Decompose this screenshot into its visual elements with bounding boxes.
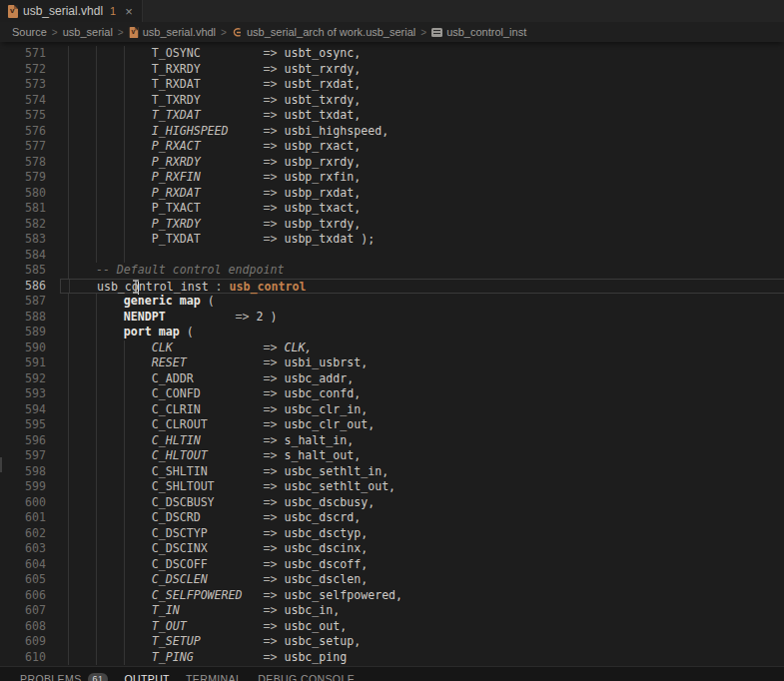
code-line-content[interactable]: T_SETUP => usbc_setup, [60, 634, 784, 650]
code-line-603[interactable]: 603 C_DSCINX => usbc_dscinx, [0, 541, 784, 557]
port-name: T_OUT [152, 619, 187, 633]
code-line-content[interactable]: C_SELFPOWERED => usbc_selfpowered, [60, 588, 784, 604]
port-name: RESET [152, 355, 187, 369]
code-line-content[interactable]: P_TXRDY => usbp_txrdy, [60, 217, 784, 233]
code-line-content[interactable]: P_RXDAT => usbp_rxdat, [60, 186, 784, 202]
breadcrumb-item-usb_serial-vhdl[interactable]: usb_serial.vhdl [129, 26, 216, 39]
panel-tab-debug-console[interactable]: DEBUG CONSOLE [258, 673, 355, 681]
code-line-601[interactable]: 601 C_DSCRD => usbc_dscrd, [0, 510, 784, 526]
code-line-content[interactable]: T_TXDAT => usbt_txdat, [60, 108, 784, 124]
code-line-606[interactable]: 606 C_SELFPOWERED => usbc_selfpowered, [0, 588, 784, 604]
code-line-content[interactable]: P_RXRDY => usbp_rxrdy, [60, 155, 784, 171]
code-line-577[interactable]: 577 P_RXACT => usbp_rxact, [0, 139, 784, 155]
code-line-607[interactable]: 607 T_IN => usbc_in, [0, 603, 784, 619]
breadcrumb-item-usb_serial_arch[interactable]: usb_serial_arch of work.usb_serial [232, 26, 415, 38]
code-line-content[interactable]: C_HLTOUT => s_halt_out, [60, 448, 784, 464]
code-editor[interactable]: 571 T_OSYNC => usbt_osync,572 T_RXRDY =>… [0, 42, 784, 666]
panel-tab-output[interactable]: OUTPUT [124, 673, 170, 681]
code-line-598[interactable]: 598 C_SHLTIN => usbc_sethlt_in, [0, 464, 784, 480]
code-line-576[interactable]: 576 I_HIGHSPEED => usbi_highspeed, [0, 124, 784, 140]
code-line-content[interactable]: C_DSCTYP => usbc_dsctyp, [60, 526, 784, 542]
code-line-594[interactable]: 594 C_CLRIN => usbc_clr_in, [0, 402, 784, 418]
signal-name: usbc_confd, [284, 386, 361, 400]
code-line-604[interactable]: 604 C_DSCOFF => usbc_dscoff, [0, 557, 784, 573]
code-line-content[interactable]: C_CLROUT => usbc_clr_out, [60, 417, 784, 433]
code-line-586[interactable]: 586 usb_control_inst : usb_control [0, 279, 784, 295]
code-line-593[interactable]: 593 C_CONFD => usbc_confd, [0, 386, 784, 402]
breadcrumb-item-usb_serial[interactable]: usb_serial [63, 26, 113, 38]
code-line-content[interactable] [60, 248, 784, 264]
code-line-579[interactable]: 579 P_RXFIN => usbp_rxfin, [0, 170, 784, 186]
code-line-content[interactable]: -- Default control endpoint [60, 263, 784, 279]
code-line-599[interactable]: 599 C_SHLTOUT => usbc_sethlt_out, [0, 479, 784, 495]
code-line-content[interactable]: T_PING => usbc_ping [60, 650, 784, 666]
code-line-content[interactable]: RESET => usbi_usbrst, [60, 355, 784, 371]
code-line-content[interactable]: C_DSCBUSY => usbc_dscbusy, [60, 495, 784, 511]
code-line-584[interactable]: 584 [0, 248, 784, 264]
code-line-573[interactable]: 573 T_RXDAT => usbt_rxdat, [0, 77, 784, 93]
code-line-content[interactable]: port map ( [60, 325, 784, 340]
code-line-content[interactable]: C_HLTIN => s_halt_in, [60, 433, 784, 449]
panel-tab-problems[interactable]: PROBLEMS61 [20, 673, 108, 681]
line-number: 588 [0, 310, 60, 326]
code-line-587[interactable]: 587 generic map ( [0, 294, 784, 310]
code-line-content[interactable]: usb_control_inst : usb_control [60, 279, 784, 295]
code-line-content[interactable]: C_CONFD => usbc_confd, [60, 386, 784, 402]
code-line-592[interactable]: 592 C_ADDR => usbc_addr, [0, 371, 784, 387]
breadcrumb-item-source[interactable]: Source [12, 26, 47, 38]
code-line-content[interactable]: C_ADDR => usbc_addr, [60, 371, 784, 387]
code-line-content[interactable]: C_CLRIN => usbc_clr_in, [60, 402, 784, 418]
editor-tab-usb-serial[interactable]: usb_serial.vhdl 1 × [0, 0, 143, 22]
code-line-content[interactable]: P_TXACT => usbp_txact, [60, 201, 784, 217]
code-line-content[interactable]: C_DSCOFF => usbc_dscoff, [60, 557, 784, 573]
code-line-588[interactable]: 588 NENDPT => 2 ) [0, 310, 784, 326]
code-line-608[interactable]: 608 T_OUT => usbc_out, [0, 619, 784, 635]
instance-symbol-icon [431, 28, 442, 37]
code-line-602[interactable]: 602 C_DSCTYP => usbc_dsctyp, [0, 526, 784, 542]
code-line-content[interactable]: C_DSCLEN => usbc_dsclen, [60, 572, 784, 588]
code-line-content[interactable]: P_RXFIN => usbp_rxfin, [60, 170, 784, 186]
code-line-597[interactable]: 597 C_HLTOUT => s_halt_out, [0, 448, 784, 464]
code-line-590[interactable]: 590 CLK => CLK, [0, 340, 784, 356]
code-line-content[interactable]: generic map ( [60, 294, 784, 310]
code-line-583[interactable]: 583 P_TXDAT => usbp_txdat ); [0, 232, 784, 248]
code-line-content[interactable]: P_RXACT => usbp_rxact, [60, 139, 784, 155]
code-line-596[interactable]: 596 C_HLTIN => s_halt_in, [0, 433, 784, 449]
code-line-600[interactable]: 600 C_DSCBUSY => usbc_dscbusy, [0, 495, 784, 511]
code-line-content[interactable]: T_IN => usbc_in, [60, 603, 784, 619]
code-line-575[interactable]: 575 T_TXDAT => usbt_txdat, [0, 108, 784, 124]
code-line-574[interactable]: 574 T_TXRDY => usbt_txrdy, [0, 93, 784, 109]
line-number: 583 [0, 232, 60, 248]
code-line-content[interactable]: CLK => CLK, [60, 340, 784, 356]
code-line-content[interactable]: T_OSYNC => usbt_osync, [60, 46, 784, 62]
breadcrumb-item-usb_control_inst[interactable]: usb_control_inst [431, 26, 526, 38]
code-line-571[interactable]: 571 T_OSYNC => usbt_osync, [0, 46, 784, 62]
code-line-content[interactable]: T_RXRDY => usbt_rxrdy, [60, 62, 784, 78]
code-line-595[interactable]: 595 C_CLROUT => usbc_clr_out, [0, 417, 784, 433]
signal-name: usbp_rxdat, [284, 186, 361, 200]
code-line-content[interactable]: T_OUT => usbc_out, [60, 619, 784, 635]
code-line-578[interactable]: 578 P_RXRDY => usbp_rxrdy, [0, 155, 784, 171]
code-line-content[interactable]: C_SHLTIN => usbc_sethlt_in, [60, 464, 784, 480]
code-line-content[interactable]: NENDPT => 2 ) [60, 310, 784, 326]
map-arrow: => [263, 186, 284, 200]
code-line-589[interactable]: 589 port map ( [0, 325, 784, 340]
code-line-582[interactable]: 582 P_TXRDY => usbp_txrdy, [0, 217, 784, 233]
code-line-content[interactable]: C_DSCRD => usbc_dscrd, [60, 510, 784, 526]
code-line-609[interactable]: 609 T_SETUP => usbc_setup, [0, 634, 784, 650]
code-line-580[interactable]: 580 P_RXDAT => usbp_rxdat, [0, 186, 784, 202]
panel-tab-terminal[interactable]: TERMINAL [186, 673, 242, 681]
code-line-content[interactable]: I_HIGHSPEED => usbi_highspeed, [60, 124, 784, 140]
code-line-591[interactable]: 591 RESET => usbi_usbrst, [0, 355, 784, 371]
code-line-585[interactable]: 585 -- Default control endpoint [0, 263, 784, 279]
code-line-content[interactable]: C_DSCINX => usbc_dscinx, [60, 541, 784, 557]
code-line-content[interactable]: P_TXDAT => usbp_txdat ); [60, 232, 784, 248]
code-line-581[interactable]: 581 P_TXACT => usbp_txact, [0, 201, 784, 217]
code-line-content[interactable]: C_SHLTOUT => usbc_sethlt_out, [60, 479, 784, 495]
code-line-605[interactable]: 605 C_DSCLEN => usbc_dsclen, [0, 572, 784, 588]
code-line-content[interactable]: T_RXDAT => usbt_rxdat, [60, 77, 784, 93]
tab-close-icon[interactable]: × [125, 5, 133, 18]
code-line-610[interactable]: 610 T_PING => usbc_ping [0, 650, 784, 666]
code-line-572[interactable]: 572 T_RXRDY => usbt_rxrdy, [0, 62, 784, 78]
code-line-content[interactable]: T_TXRDY => usbt_txrdy, [60, 93, 784, 109]
